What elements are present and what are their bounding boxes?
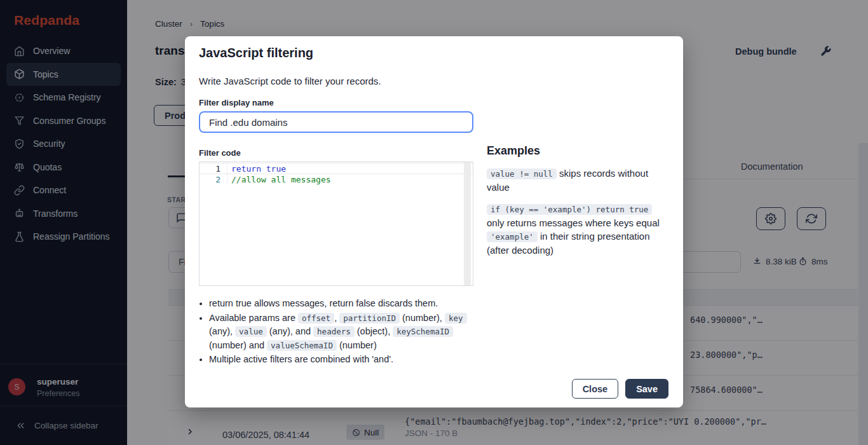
inline-code-chip: headers: [313, 326, 355, 337]
note-item: Available params are offset, partitionID…: [209, 312, 484, 353]
modal-description: Write JavaScript code to filter your rec…: [199, 76, 381, 86]
examples-panel: Examples value != null skips records wit…: [487, 144, 671, 265]
inline-code-chip: value: [235, 326, 267, 337]
inline-code-chip: value != null: [487, 168, 557, 179]
filter-name-input[interactable]: [199, 111, 473, 133]
editor-line: 1 return true: [200, 163, 473, 174]
filter-notes: return true allows messages, return fals…: [199, 297, 484, 367]
line-number: 2: [200, 174, 227, 186]
javascript-filtering-modal: JavaScript filtering Write JavaScript co…: [185, 36, 683, 407]
note-item: return true allows messages, return fals…: [209, 297, 484, 311]
code-text: return true: [227, 163, 286, 174]
inline-code-chip: valueSchemaID: [267, 340, 337, 351]
editor-line: 2 //allow all messages: [200, 174, 473, 186]
code-text: //allow all messages: [227, 174, 331, 186]
inline-code-chip: offset: [298, 313, 334, 324]
note-item: Multiple active filters are combined wit…: [209, 353, 484, 367]
editor-scrollbar[interactable]: [464, 162, 471, 285]
code-editor[interactable]: 1 return true 2 //allow all messages: [199, 161, 473, 286]
examples-heading: Examples: [487, 144, 671, 158]
inline-code-chip: if (key == 'example') return true: [487, 204, 652, 215]
modal-title: JavaScript filtering: [199, 46, 313, 60]
inline-code-chip: partitionID: [339, 313, 400, 324]
save-button[interactable]: Save: [625, 379, 668, 399]
inline-code-chip: 'example': [487, 231, 538, 242]
inline-code-chip: key: [445, 313, 467, 324]
example-1: value != null skips records without valu…: [487, 167, 671, 194]
line-number: 1: [200, 163, 227, 174]
close-button[interactable]: Close: [572, 379, 619, 399]
filter-code-label: Filter code: [199, 148, 241, 158]
filter-name-label: Filter display name: [199, 98, 274, 107]
inline-code-chip: keySchemaID: [393, 326, 453, 337]
example-2: if (key == 'example') return true only r…: [487, 202, 671, 257]
